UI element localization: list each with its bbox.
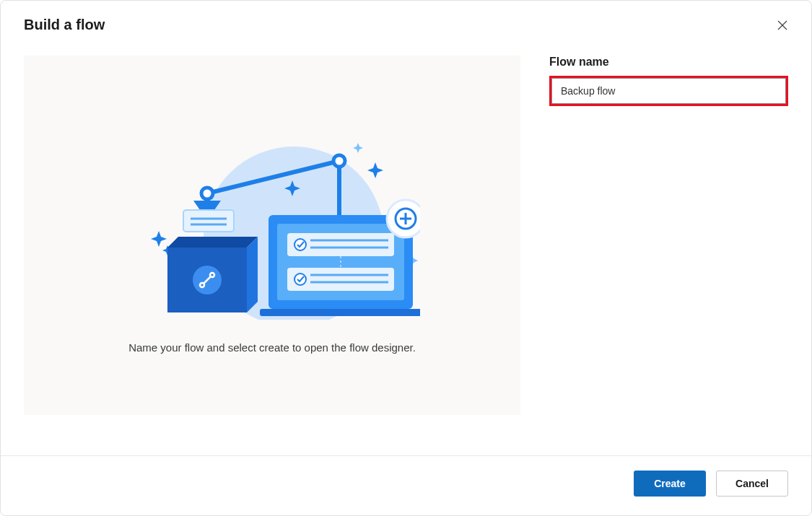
illustration-caption: Name your flow and select create to open…: [128, 341, 416, 354]
form-panel: Flow name: [549, 56, 788, 455]
dialog-body: Name your flow and select create to open…: [1, 41, 811, 455]
flow-name-label: Flow name: [549, 56, 788, 69]
dialog-header: Build a flow: [1, 1, 811, 41]
flow-name-input[interactable]: [551, 78, 786, 104]
cancel-button[interactable]: Cancel: [716, 471, 788, 497]
svg-point-25: [294, 274, 306, 285]
flow-builder-illustration: [124, 132, 420, 320]
svg-rect-19: [260, 309, 420, 316]
svg-marker-12: [247, 237, 258, 312]
svg-marker-11: [167, 237, 258, 248]
build-flow-dialog: Build a flow: [0, 0, 812, 516]
svg-point-21: [294, 239, 306, 250]
svg-point-4: [201, 188, 213, 199]
flow-name-highlight: [549, 76, 788, 106]
close-button[interactable]: [774, 17, 791, 34]
dialog-footer: Create Cancel: [1, 455, 811, 515]
svg-rect-7: [183, 210, 234, 232]
create-button[interactable]: Create: [634, 471, 706, 497]
dialog-title: Build a flow: [24, 17, 105, 33]
illustration-panel: Name your flow and select create to open…: [24, 56, 520, 415]
svg-point-5: [333, 155, 345, 167]
close-icon: [777, 19, 788, 31]
